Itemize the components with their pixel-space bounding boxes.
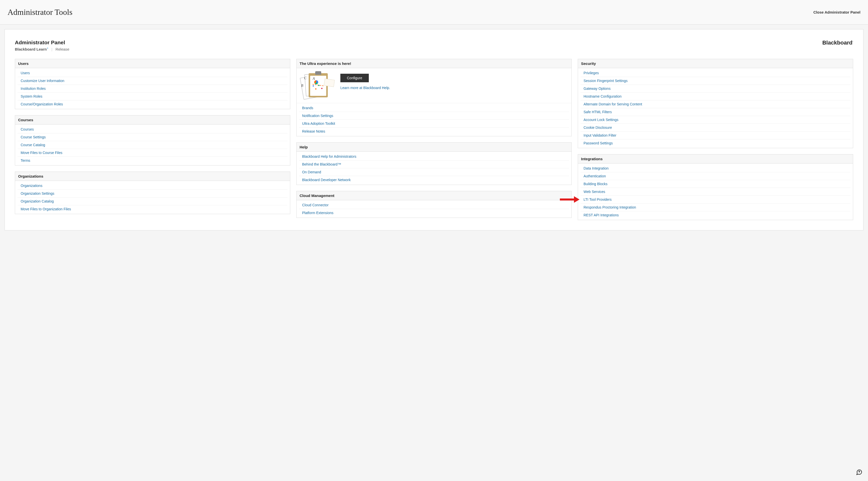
session-fingerprint-link[interactable]: Session Fingerprint Settings [584, 79, 628, 83]
move-files-org-link[interactable]: Move Files to Organization Files [21, 207, 71, 211]
list-item: Behind the Blackboard™ [299, 160, 569, 168]
platform-extensions-link[interactable]: Platform Extensions [302, 211, 334, 215]
users-module-header: Users [15, 59, 290, 68]
respondus-proctoring-link[interactable]: Respondus Proctoring Integration [584, 205, 636, 209]
help-module: Help Blackboard Help for Administrators … [296, 142, 572, 185]
brands-link[interactable]: Brands [302, 106, 313, 110]
system-roles-link[interactable]: System Roles [21, 94, 42, 98]
help-module-header: Help [297, 142, 571, 152]
list-item: Ultra Adoption Toolkit [299, 120, 569, 128]
close-admin-panel-link[interactable]: Close Administrator Panel [813, 10, 861, 14]
alternate-domain-link[interactable]: Alternate Domain for Serving Content [584, 102, 642, 106]
integrations-module: Integrations Data Integration Authentica… [578, 154, 853, 220]
customize-user-info-link[interactable]: Customize User Information [21, 79, 64, 83]
cookie-disclosure-link[interactable]: Cookie Disclosure [584, 126, 612, 130]
cloud-module: Cloud Management Cloud Connector Platfor… [296, 191, 572, 218]
list-item: Notification Settings [299, 112, 569, 120]
organization-settings-link[interactable]: Organization Settings [21, 191, 54, 195]
list-item: Authentication [581, 172, 850, 180]
integrations-module-header: Integrations [578, 155, 853, 163]
list-item: Release Notes [299, 128, 569, 135]
list-item: Course Catalog [18, 141, 287, 149]
terms-link[interactable]: Terms [21, 159, 30, 162]
list-item: Brands [299, 104, 569, 112]
list-item: Organizations [18, 182, 287, 190]
list-item: Alternate Domain for Serving Content [581, 100, 850, 108]
list-item: On Demand [299, 168, 569, 176]
list-item: Blackboard Developer Network [299, 176, 569, 184]
configure-button[interactable]: Configure [340, 74, 369, 82]
list-item: Terms [18, 157, 287, 164]
hostname-config-link[interactable]: Hostname Configuration [584, 94, 622, 98]
data-integration-link[interactable]: Data Integration [584, 166, 609, 170]
list-item: Cookie Disclosure [581, 124, 850, 132]
web-services-link[interactable]: Web Services [584, 190, 605, 194]
input-validation-link[interactable]: Input Validation Filter [584, 133, 616, 137]
list-item: Courses [18, 126, 287, 133]
list-item: Users [18, 69, 287, 77]
security-module-header: Security [578, 59, 853, 68]
course-catalog-link[interactable]: Course Catalog [21, 143, 45, 147]
users-link[interactable]: Users [21, 71, 30, 75]
list-item: Building Blocks [581, 180, 850, 188]
product-name: Blackboard Learn [15, 47, 47, 51]
page-title: Administrator Tools [7, 7, 72, 17]
list-item: Course Settings [18, 133, 287, 141]
organizations-link[interactable]: Organizations [21, 184, 42, 188]
authentication-link[interactable]: Authentication [584, 174, 606, 178]
list-item: Account Lock Settings [581, 116, 850, 124]
courses-link[interactable]: Courses [21, 127, 34, 131]
list-item: Organization Settings [18, 190, 287, 197]
list-item: Safe HTML Filters [581, 108, 850, 116]
list-item: Cloud Connector [299, 201, 569, 209]
learn-more-link[interactable]: Learn more at Blackboard Help. [340, 86, 568, 90]
course-org-roles-link[interactable]: Course/Organization Roles [21, 102, 63, 106]
bb-developer-network-link[interactable]: Blackboard Developer Network [302, 178, 351, 182]
building-blocks-link[interactable]: Building Blocks [584, 182, 608, 186]
panel-header: Administrator Panel Blackboard Learn+ | … [15, 39, 853, 51]
release-label: Release [55, 47, 69, 51]
bb-help-admins-link[interactable]: Blackboard Help for Administrators [302, 155, 356, 159]
cloud-connector-link[interactable]: Cloud Connector [302, 203, 329, 207]
courses-module: Courses Courses Course Settings Course C… [15, 115, 290, 165]
list-item: Move Files to Course Files [18, 149, 287, 157]
panel-subheading: Blackboard Learn+ | Release [15, 46, 69, 51]
lti-tool-providers-link[interactable]: LTI Tool Providers [584, 197, 612, 201]
list-item: Hostname Configuration [581, 93, 850, 100]
ultra-adoption-toolkit-link[interactable]: Ultra Adoption Toolkit [302, 122, 335, 126]
organizations-module-header: Organizations [15, 172, 290, 181]
list-item: Institution Roles [18, 85, 287, 93]
list-item: Input Validation Filter [581, 132, 850, 139]
list-item: Gateway Options [581, 85, 850, 93]
release-notes-link[interactable]: Release Notes [302, 129, 325, 133]
list-item: Move Files to Organization Files [18, 205, 287, 213]
gateway-options-link[interactable]: Gateway Options [584, 87, 611, 91]
list-item: LTI Tool Providers [581, 196, 850, 203]
move-files-course-link[interactable]: Move Files to Course Files [21, 151, 62, 155]
list-item: Session Fingerprint Settings [581, 77, 850, 85]
privileges-link[interactable]: Privileges [584, 71, 599, 75]
course-settings-link[interactable]: Course Settings [21, 135, 46, 139]
behind-blackboard-link[interactable]: Behind the Blackboard™ [302, 162, 341, 166]
list-item: Platform Extensions [299, 209, 569, 217]
blackboard-logo: Blackboard. [822, 39, 853, 46]
notification-settings-link[interactable]: Notification Settings [302, 114, 333, 118]
account-lock-link[interactable]: Account Lock Settings [584, 118, 619, 122]
ultra-illustration: B C A [300, 73, 333, 98]
password-settings-link[interactable]: Password Settings [584, 141, 613, 145]
panel-heading: Administrator Panel [15, 39, 69, 45]
rest-api-integrations-link[interactable]: REST API Integrations [584, 213, 619, 217]
safe-html-filters-link[interactable]: Safe HTML Filters [584, 110, 612, 114]
list-item: REST API Integrations [581, 211, 850, 219]
on-demand-link[interactable]: On Demand [302, 170, 321, 174]
organization-catalog-link[interactable]: Organization Catalog [21, 199, 54, 203]
ultra-module-header: The Ultra experience is here! [297, 59, 571, 68]
institution-roles-link[interactable]: Institution Roles [21, 87, 46, 91]
security-module: Security Privileges Session Fingerprint … [578, 59, 853, 148]
organizations-module: Organizations Organizations Organization… [15, 171, 290, 214]
list-item: Data Integration [581, 164, 850, 172]
list-item: Privileges [581, 69, 850, 77]
list-item: Blackboard Help for Administrators [299, 153, 569, 160]
ultra-module: The Ultra experience is here! B C A [296, 59, 572, 136]
courses-module-header: Courses [15, 116, 290, 125]
